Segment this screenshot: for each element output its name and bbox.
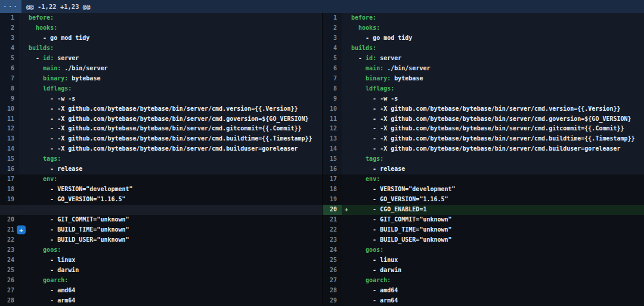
line-number[interactable]: 3 [0, 33, 19, 43]
yaml-key-token: env: [43, 176, 57, 182]
code-line: - VERSION="development" [351, 185, 644, 195]
line-number[interactable]: 20 [0, 215, 19, 225]
diff-marker [19, 114, 29, 124]
diff-row: 7 binary: bytebase [323, 74, 644, 84]
code-line: tags: [351, 154, 644, 164]
line-number[interactable]: 17 [323, 174, 342, 185]
line-number[interactable]: 17 [0, 174, 19, 185]
line-number[interactable]: 26 [323, 266, 342, 276]
line-number[interactable]: 10 [323, 104, 342, 114]
diff-marker [19, 215, 29, 225]
line-number[interactable]: 23 [0, 245, 19, 255]
line-number[interactable]: 5 [323, 54, 342, 64]
line-number[interactable]: 20 [323, 205, 342, 215]
line-number[interactable]: 18 [323, 185, 342, 195]
code-token: - -X github.com/bytebase/bytebase/bin/se… [29, 135, 312, 142]
line-number[interactable]: 29 [323, 296, 342, 306]
code-token: - GIT_COMMIT="unknown" [29, 216, 129, 223]
line-number[interactable]: 5 [0, 54, 19, 64]
line-number [0, 205, 19, 215]
line-number[interactable]: 1 [0, 13, 19, 23]
diff-row: 23 - BUILD_USER="unknown" [323, 235, 644, 245]
line-number[interactable]: 28 [323, 286, 342, 296]
diff-marker [342, 255, 351, 266]
line-number[interactable]: 25 [323, 255, 342, 266]
diff-row: 16 - release [323, 164, 644, 174]
diff-marker [19, 94, 29, 104]
line-number[interactable]: 15 [323, 154, 342, 164]
line-number[interactable]: 8 [323, 84, 342, 94]
hunk-header-bar: ··· @@ -1,22 +1,23 @@ [0, 0, 644, 13]
line-number[interactable]: 1 [323, 13, 342, 23]
code-token [351, 277, 366, 283]
line-number[interactable]: 4 [323, 43, 342, 54]
line-number[interactable]: 11 [323, 114, 342, 124]
line-number[interactable]: 27 [323, 276, 342, 286]
diff-row: 24 - linux [0, 255, 322, 266]
line-number[interactable]: 9 [0, 94, 19, 104]
line-number[interactable]: 10 [0, 104, 19, 114]
code-token: - BUILD_USER="unknown" [351, 236, 452, 243]
code-line: - -w -s [29, 94, 322, 104]
add-comment-button[interactable]: + [17, 226, 26, 235]
line-number[interactable]: 4 [0, 43, 19, 54]
line-number[interactable]: 21 [323, 215, 342, 225]
line-number[interactable]: 19 [0, 195, 19, 205]
diff-row: 15 tags: [0, 154, 322, 164]
line-number[interactable]: 13 [323, 134, 342, 144]
diff-row: 9 - -w -s [0, 94, 322, 104]
line-number[interactable]: 2 [0, 23, 19, 33]
code-line: goarch: [351, 276, 644, 286]
diff-row: 11 - -X github.com/bytebase/bytebase/bin… [0, 114, 322, 124]
code-token: - GO_VERSION="1.16.5" [29, 196, 126, 202]
line-number[interactable]: 13 [0, 134, 19, 144]
diff-marker [19, 33, 29, 43]
line-number[interactable]: 14 [0, 144, 19, 154]
line-number[interactable]: 25 [0, 266, 19, 276]
line-number[interactable]: 28 [0, 296, 19, 306]
line-number[interactable]: 16 [0, 164, 19, 174]
line-number[interactable]: 24 [0, 255, 19, 266]
expand-context-button[interactable]: ··· [0, 0, 21, 13]
line-number[interactable]: 9 [323, 94, 342, 104]
line-number[interactable]: 16 [323, 164, 342, 174]
line-number[interactable]: 22 [0, 235, 19, 245]
diff-row: 1before: [0, 13, 322, 23]
line-number[interactable]: 27 [0, 286, 19, 296]
line-number[interactable]: 11 [0, 114, 19, 124]
line-number[interactable]: 12 [323, 124, 342, 134]
line-number[interactable]: 15 [0, 154, 19, 164]
code-token [29, 75, 43, 82]
line-number[interactable]: 26 [0, 276, 19, 286]
ellipsis-icon: ··· [3, 3, 18, 11]
line-number[interactable]: 3 [323, 33, 342, 43]
line-number[interactable]: 19 [323, 195, 342, 205]
line-number[interactable]: 12 [0, 124, 19, 134]
diff-row: 13 - -X github.com/bytebase/bytebase/bin… [0, 134, 322, 144]
line-number[interactable]: 24 [323, 245, 342, 255]
line-number[interactable]: 18 [0, 185, 19, 195]
code-line: - darwin [351, 266, 644, 276]
line-number[interactable]: 2 [323, 23, 342, 33]
line-number[interactable]: 8 [0, 84, 19, 94]
line-number[interactable]: 6 [323, 64, 342, 74]
code-line: tags: [29, 154, 322, 164]
code-line: - -X github.com/bytebase/bytebase/bin/se… [351, 134, 644, 144]
line-number[interactable]: 7 [323, 74, 342, 84]
diff-marker [342, 286, 351, 296]
code-line: env: [351, 174, 644, 185]
diff-row: 2 hooks: [323, 23, 644, 33]
code-token [29, 277, 43, 283]
diff-row: 6 main: ./bin/server [323, 64, 644, 74]
diff-row: 8 ldflags: [0, 84, 322, 94]
diff-marker [19, 124, 29, 134]
line-number[interactable]: 14 [323, 144, 342, 154]
code-line: - -X github.com/bytebase/bytebase/bin/se… [351, 124, 644, 134]
code-token: - -w -s [29, 95, 75, 102]
code-line: - go mod tidy [351, 33, 644, 43]
line-number[interactable]: 6 [0, 64, 19, 74]
line-number[interactable]: 23 [323, 235, 342, 245]
line-number[interactable]: 22 [323, 225, 342, 235]
yaml-key-token: goos: [43, 246, 61, 253]
line-number[interactable]: 7 [0, 74, 19, 84]
